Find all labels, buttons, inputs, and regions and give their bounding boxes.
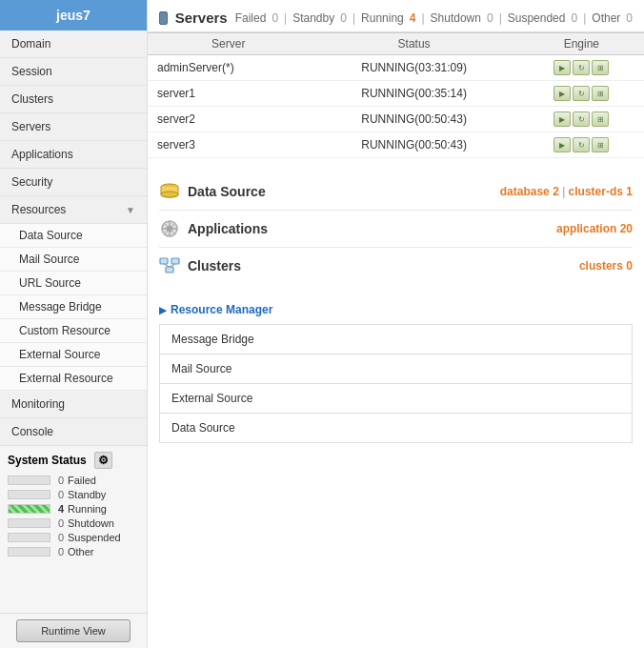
clusters-icon (159, 255, 180, 276)
status-count-failed: 0 (54, 475, 64, 486)
sidebar-item-security[interactable]: Security (0, 169, 147, 196)
servers-status-bar: Failed 0 | Standby 0 | Running 4 | Shutd… (235, 11, 633, 25)
status-row-standby: 0 Standby (8, 489, 139, 500)
engine-icon-3[interactable]: ⊞ (592, 111, 609, 127)
status-suspended-count: 0 (571, 11, 577, 25)
engine-icon-2[interactable]: ↻ (573, 60, 590, 75)
svg-point-1 (161, 192, 178, 197)
status-bar-standby (8, 490, 50, 499)
sidebar-sub-item-custom-resource[interactable]: Custom Resource (0, 319, 147, 343)
data-source-icon (159, 181, 180, 202)
status-running-label: Running (361, 11, 404, 25)
sidebar-sub-item-external-resource[interactable]: External Resource (0, 367, 147, 391)
main-content: Servers Failed 0 | Standby 0 | Running 4… (148, 0, 644, 648)
table-row: server2 RUNNING(00:50:43) ▶ ↻ ⊞ (148, 107, 644, 132)
sidebar-item-domain[interactable]: Domain (0, 30, 147, 58)
status-count-running: 4 (54, 503, 64, 515)
data-source-title: Data Source (188, 184, 493, 199)
sidebar-item-monitoring[interactable]: Monitoring (0, 391, 147, 418)
col-header-server: Server (148, 33, 310, 55)
rm-item-label: Mail Source (160, 354, 633, 384)
resource-manager-header[interactable]: ▶ Resource Manager (159, 303, 633, 316)
engine-icon-2[interactable]: ↻ (573, 111, 590, 127)
engine-icon-1[interactable]: ▶ (553, 137, 571, 152)
servers-title: Servers (175, 10, 228, 26)
engine-icons-cell: ▶ ↻ ⊞ (519, 132, 644, 158)
status-row-failed: 0 Failed (8, 475, 139, 486)
svg-rect-8 (160, 258, 168, 264)
sidebar-item-session[interactable]: Session (0, 58, 147, 86)
engine-icon-2[interactable]: ↻ (573, 137, 590, 152)
engine-icons-cell: ▶ ↻ ⊞ (519, 107, 644, 132)
sidebar-item-clusters[interactable]: Clusters (0, 86, 147, 113)
list-item[interactable]: Mail Source (160, 354, 633, 384)
engine-icons-cell: ▶ ↻ ⊞ (519, 55, 644, 81)
server-status: RUNNING(00:50:43) (310, 107, 519, 132)
status-row-shutdown: 0 Shutdown (8, 517, 139, 529)
status-standby-label: Standby (292, 11, 334, 25)
engine-icons-cell: ▶ ↻ ⊞ (519, 81, 644, 107)
status-row-running: 4 Running (8, 503, 139, 515)
engine-icon-3[interactable]: ⊞ (592, 86, 609, 101)
sidebar-item-console[interactable]: Console (0, 418, 147, 446)
server-status: RUNNING(00:35:14) (310, 81, 519, 107)
col-header-status: Status (310, 33, 519, 55)
server-status: RUNNING(00:50:43) (310, 132, 519, 158)
sidebar-sub-item-mail-source[interactable]: Mail Source (0, 248, 147, 272)
sidebar-sub-item-url-source[interactable]: URL Source (0, 272, 147, 295)
status-shutdown-label: Shutdown (431, 11, 481, 25)
engine-icon-3[interactable]: ⊞ (592, 60, 609, 75)
resource-manager-title: Resource Manager (171, 303, 272, 316)
engine-icon-1[interactable]: ▶ (553, 111, 571, 127)
list-item[interactable]: Data Source (160, 414, 633, 443)
status-failed-label: Failed (235, 11, 267, 25)
list-item[interactable]: External Source (160, 384, 633, 414)
status-bar-shutdown (8, 518, 50, 528)
table-row: server3 RUNNING(00:50:43) ▶ ↻ ⊞ (148, 132, 644, 158)
data-source-stat: database 2 | cluster-ds 1 (500, 185, 633, 198)
status-bar-running (8, 504, 50, 514)
status-running-count: 4 (410, 11, 416, 25)
engine-icon-3[interactable]: ⊞ (592, 137, 609, 152)
server-icon (159, 11, 168, 25)
status-count-suspended: 0 (54, 532, 64, 543)
sidebar-sub-item-external-source[interactable]: External Source (0, 343, 147, 367)
rm-item-label: Data Source (160, 414, 633, 443)
engine-icon-2[interactable]: ↻ (573, 86, 590, 101)
engine-icon-1[interactable]: ▶ (553, 86, 571, 101)
system-status-panel: System Status ⚙ 0 Failed 0 Standby 4 Run… (0, 446, 147, 614)
engine-icon-1[interactable]: ▶ (553, 60, 571, 75)
list-item[interactable]: Message Bridge (160, 325, 633, 354)
status-count-standby: 0 (54, 489, 64, 500)
settings-icon[interactable]: ⚙ (94, 452, 112, 469)
svg-rect-9 (171, 258, 179, 264)
status-failed-count: 0 (272, 11, 278, 25)
status-shutdown-count: 0 (487, 11, 493, 25)
data-source-card[interactable]: Data Source database 2 | cluster-ds 1 (159, 173, 633, 211)
status-row-other: 0 Other (8, 546, 139, 557)
clusters-title: Clusters (188, 258, 572, 273)
sidebar-sub-item-message-bridge[interactable]: Message Bridge (0, 295, 147, 319)
status-count-shutdown: 0 (54, 517, 64, 529)
server-name: server1 (148, 81, 310, 107)
runtime-view-button[interactable]: Runtime View (16, 619, 131, 642)
table-row: server1 RUNNING(00:35:14) ▶ ↻ ⊞ (148, 81, 644, 107)
sidebar: jeus7 Domain Session Clusters Servers Ap… (0, 0, 148, 648)
sidebar-item-resources[interactable]: Resources ▼ (0, 196, 147, 224)
sidebar-item-servers[interactable]: Servers (0, 113, 147, 141)
col-header-engine: Engine (519, 33, 644, 55)
status-bar-failed (8, 476, 50, 485)
server-name: server2 (148, 107, 310, 132)
sidebar-title: jeus7 (0, 0, 147, 30)
clusters-card[interactable]: Clusters clusters 0 (159, 248, 633, 284)
rm-arrow-icon: ▶ (159, 305, 167, 315)
server-name: adminServer(*) (148, 55, 310, 81)
applications-card[interactable]: Applications application 20 (159, 211, 633, 248)
sidebar-sub-item-data-source[interactable]: Data Source (0, 224, 147, 248)
resource-manager-section: ▶ Resource Manager Message Bridge Mail S… (148, 292, 644, 451)
status-other-label: Other (592, 11, 620, 25)
data-cards-section: Data Source database 2 | cluster-ds 1 Ap… (148, 166, 644, 292)
system-status-title: System Status ⚙ (8, 452, 139, 469)
resource-manager-table: Message Bridge Mail Source External Sour… (159, 324, 633, 443)
sidebar-item-applications[interactable]: Applications (0, 141, 147, 169)
